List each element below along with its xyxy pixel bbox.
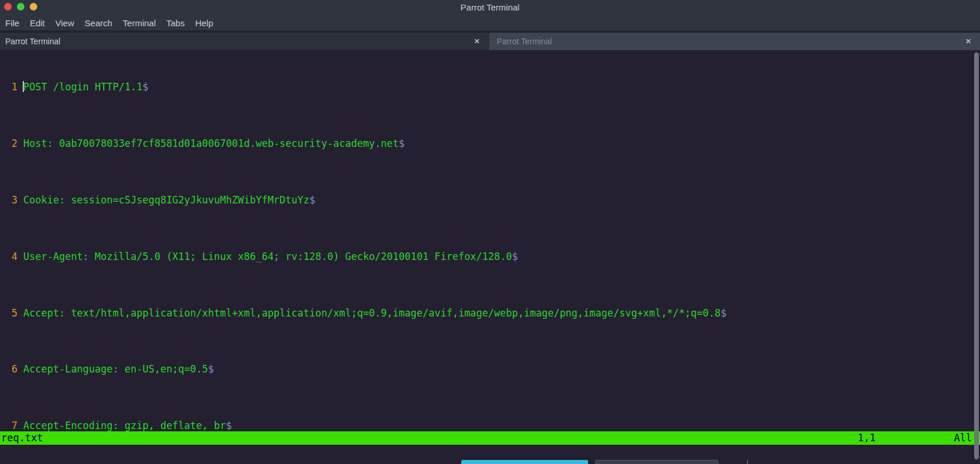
eol-marker: $ [512,249,518,263]
terminal-screen[interactable]: 1 POST /login HTTP/1.1 $ 2 Host: 0ab7007… [0,50,980,431]
window-title: Parrot Terminal [0,2,980,12]
eol-marker: $ [309,193,315,207]
line-text: Cookie: session=cSJsegq8IG2yJkuvuMhZWibY… [17,193,309,207]
line-number: 1 [0,80,17,94]
editor-line: 6 Accept-Language: en-US,en;q=0.5 $ [0,362,980,376]
tab-label: Parrot Terminal [489,37,552,46]
statusbar-cursor-position: 1,1 [858,431,876,445]
editor-line: 3 Cookie: session=cSJsegq8IG2yJkuvuMhZWi… [0,193,980,207]
tabbar: Parrot Terminal ✕ Parrot Terminal ✕ [0,33,980,50]
line-text: Accept-Encoding: gzip, deflate, br [17,419,226,433]
line-text: Accept: text/html,application/xhtml+xml,… [17,306,720,320]
eol-marker: $ [720,306,726,320]
line-number: 6 [0,362,17,376]
tab-parrot-terminal-inactive[interactable]: Parrot Terminal ✕ [489,33,980,50]
menu-terminal[interactable]: Terminal [118,15,161,30]
line-text: POST /login HTTP/1.1 [17,80,143,94]
terminal-scrollbar[interactable] [974,52,979,459]
menu-view[interactable]: View [50,15,79,30]
line-number: 2 [0,136,17,150]
divider [747,460,748,464]
line-number: 4 [0,249,17,263]
close-tab-icon[interactable]: ✕ [964,37,973,46]
menu-help[interactable]: Help [190,15,218,30]
menu-tabs[interactable]: Tabs [161,15,190,30]
editor-line: 7 Accept-Encoding: gzip, deflate, br $ [0,419,980,433]
eol-marker: $ [226,419,232,433]
line-number: 3 [0,193,17,207]
eol-marker: $ [143,80,148,94]
menu-search[interactable]: Search [79,15,118,30]
menubar: File Edit View Search Terminal Tabs Help [0,15,980,31]
close-tab-icon[interactable]: ✕ [472,37,482,46]
statusbar-scroll-indicator: All [954,431,972,445]
editor-line: 4 User-Agent: Mozilla/5.0 (X11; Linux x8… [0,249,980,263]
line-text: Host: 0ab70078033ef7cf8581d01a0067001d.w… [17,136,399,150]
line-text: Accept-Language: en-US,en;q=0.5 [17,362,208,376]
editor-line: 2 Host: 0ab70078033ef7cf8581d01a0067001d… [0,136,980,150]
tab-parrot-terminal-active[interactable]: Parrot Terminal ✕ [0,33,489,50]
eol-marker: $ [208,362,214,376]
editor-line: 1 POST /login HTTP/1.1 $ [0,80,980,94]
vim-cursor [23,81,24,92]
statusbar-filename: req.txt [1,431,43,445]
vim-statusbar: req.txt 1,1 All [0,431,980,445]
line-number: 5 [0,306,17,320]
accept-risk-button[interactable]: Accept the Risk and Continue [595,460,719,464]
editor-line: 5 Accept: text/html,application/xhtml+xm… [0,306,980,320]
background-dialog-strip: Go Back (Recommended) Accept the Risk an… [0,445,980,464]
menu-edit[interactable]: Edit [24,15,50,30]
line-text: User-Agent: Mozilla/5.0 (X11; Linux x86_… [17,249,512,263]
titlebar: Parrot Terminal [0,0,980,15]
line-number: 7 [0,419,17,433]
go-back-button[interactable]: Go Back (Recommended) [461,460,588,464]
eol-marker: $ [399,136,405,150]
menu-file[interactable]: File [0,15,24,30]
tab-label: Parrot Terminal [0,37,61,46]
